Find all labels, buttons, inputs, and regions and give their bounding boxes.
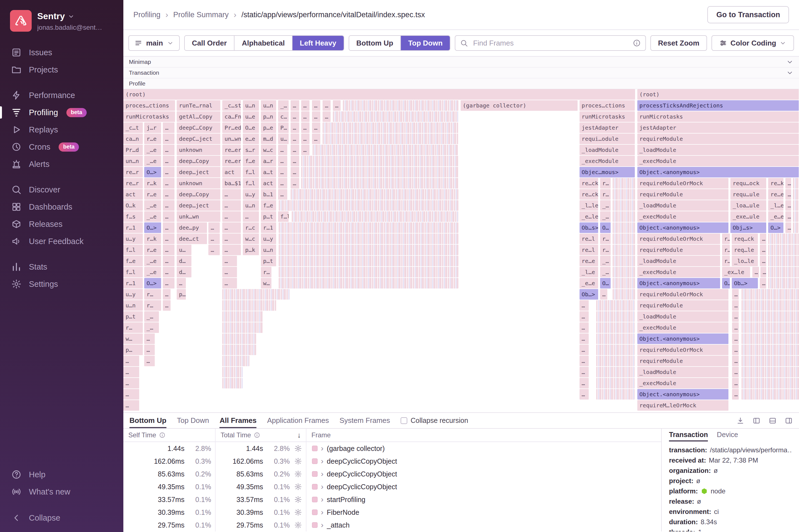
flame-frame-l-e[interactable]: _l…e [579, 267, 598, 278]
flame-frame-o[interactable]: O…> [144, 167, 162, 177]
flame-frame-r[interactable]: r… [261, 267, 272, 278]
sidebar-item-stats[interactable]: Stats [0, 258, 123, 276]
flame-frame-r-1[interactable]: r…1 [123, 223, 143, 233]
flame-frame-f-l[interactable]: f…l [243, 178, 259, 189]
flame-frame-[interactable]: … [732, 334, 739, 344]
flame-frame-e-e[interactable]: _e…e [579, 278, 598, 288]
flame-frame-unk-wn[interactable]: unk…wn [177, 211, 221, 222]
flame-frame-e-e[interactable]: _e…e [768, 211, 784, 222]
flame-frame-[interactable]: … [278, 189, 287, 200]
flame-frame-[interactable]: … [579, 345, 589, 355]
flame-frame-requi-odule[interactable]: requi…odule [579, 134, 635, 144]
table-row[interactable]: 1.44s2.8%1.44s2.8%›(garbage collector) [123, 442, 661, 455]
flame-frame-[interactable]: … [301, 134, 310, 144]
flame-frame-[interactable]: … [163, 223, 175, 233]
flame-frame-[interactable]: … [222, 256, 237, 266]
flame-frame-f-l[interactable]: f…l [123, 267, 143, 278]
flame-frame-[interactable]: … [301, 122, 310, 133]
flame-frame-loadmodule[interactable]: _loadModule [637, 367, 729, 377]
flame-frame-e[interactable]: _…e [144, 211, 162, 222]
flame-frame-r-c[interactable]: r…c [243, 223, 259, 233]
flame-frame-[interactable]: … [208, 233, 220, 244]
sort-direction-arrow[interactable]: ↓ [297, 431, 301, 439]
total-time-info-icon[interactable] [254, 432, 260, 438]
flame-frame-act[interactable]: act [123, 189, 143, 200]
breadcrumb-profiling[interactable]: Profiling [133, 11, 161, 19]
flame-frame-p[interactable]: p… [123, 345, 143, 355]
flame-frame-a-t[interactable]: a…t [261, 167, 276, 177]
flame-frame-w[interactable]: w… [123, 334, 143, 344]
flame-frame-[interactable]: … [291, 111, 299, 122]
flame-frame-[interactable]: … [222, 267, 237, 278]
flame-frame-[interactable]: … [163, 233, 175, 244]
expand-chevron-icon[interactable]: › [321, 444, 323, 452]
flame-frame-r[interactable]: r… [722, 256, 730, 266]
details-tab-device[interactable]: Device [717, 431, 738, 441]
flame-frame-[interactable]: … [760, 278, 766, 288]
flame-frame-[interactable]: … [312, 134, 321, 144]
flame-frame-[interactable]: … [322, 111, 331, 122]
flame-frame-r[interactable]: r… [722, 233, 730, 244]
flame-frame-runte-rnal[interactable]: runTe…rnal [177, 100, 221, 111]
flame-frame-p-t[interactable]: p…t [261, 256, 276, 266]
flame-frame-obj-s[interactable]: Obj…s> [730, 223, 766, 233]
flame-frame-[interactable]: _… [600, 256, 611, 266]
flame-frame-[interactable]: … [291, 100, 299, 111]
flame-frame-[interactable]: … [785, 200, 792, 211]
flame-frame-l-e[interactable]: _l…e [768, 200, 784, 211]
flame-frame-ca-fn[interactable]: ca…Fn [222, 111, 241, 122]
flame-frame-e[interactable]: _…e [144, 200, 162, 211]
flame-frame-requirem-leormock[interactable]: requireM…leOrMock [637, 400, 729, 411]
flame-frame-deepc-ject[interactable]: deepC…ject [177, 134, 221, 144]
flame-frame-unknown[interactable]: unknown [177, 178, 221, 189]
expand-chevron-icon[interactable]: › [321, 496, 323, 504]
flame-frame-a-r[interactable]: a…r [261, 156, 276, 166]
breadcrumb-profile-summary[interactable]: Profile Summary [173, 11, 229, 19]
flame-frame-[interactable]: _… [600, 200, 611, 211]
flame-frame-[interactable]: … [163, 156, 175, 166]
flame-frame-[interactable]: … [144, 345, 155, 355]
flame-frame-f-s[interactable]: f…s [123, 211, 143, 222]
flame-frame-execmodule[interactable]: _execModule [637, 267, 720, 278]
flame-frame-[interactable]: … [785, 223, 792, 233]
flame-frame-[interactable]: … [301, 100, 310, 111]
flame-frame-c-st[interactable]: _c…st [222, 100, 241, 111]
tab-system-frames[interactable]: System Frames [339, 413, 390, 428]
flame-frame-[interactable]: … [222, 278, 237, 288]
flame-frame-loadmodule[interactable]: _loadModule [637, 256, 720, 266]
flame-frame-re-ck[interactable]: re…ck [579, 178, 598, 189]
flame-frame-[interactable]: … [222, 200, 241, 211]
flame-frame-runmicrotasks[interactable]: runMicrotasks [579, 111, 635, 122]
org-switcher[interactable]: Sentry jonas.badalic@sent… [0, 10, 123, 32]
flame-frame-[interactable]: … [579, 356, 589, 366]
flame-frame-[interactable]: … [333, 100, 341, 111]
flame-frame-p-t[interactable]: p…t [123, 311, 143, 322]
flame-frame-requiremodule[interactable]: requireModule [637, 300, 729, 311]
tab-application-frames[interactable]: Application Frames [267, 413, 329, 428]
flame-frame-r[interactable]: r… [600, 245, 611, 255]
flame-frame-[interactable]: … [732, 345, 739, 355]
flame-frame-w-c[interactable]: w…c [243, 233, 259, 244]
sidebar-item-releases[interactable]: Releases [0, 215, 123, 233]
flame-frame-d[interactable]: d… [177, 256, 192, 266]
flame-frame-object-anonymous[interactable]: Object.<anonymous> [637, 389, 729, 400]
flame-frame-[interactable]: … [579, 334, 589, 344]
flame-frame-[interactable]: … [278, 156, 287, 166]
flame-frame-p-k[interactable]: p…k [243, 245, 259, 255]
flame-frame-c[interactable]: c… [278, 111, 289, 122]
flame-frame-re-e[interactable]: re…e [768, 189, 784, 200]
flame-frame-j-r[interactable]: j…r [144, 122, 162, 133]
flame-frame-[interactable]: … [163, 211, 175, 222]
flame-frame-s-r[interactable]: s…r [243, 145, 259, 155]
flame-frame-r-k[interactable]: r…k [144, 178, 162, 189]
flame-frame-[interactable]: … [732, 300, 739, 311]
flame-frame-[interactable]: … [278, 178, 287, 189]
flame-frame-requ-ock[interactable]: requ…ock [730, 178, 766, 189]
flame-frame-u-y[interactable]: u…y [123, 289, 143, 300]
flame-frame-exe-ule[interactable]: _exe…ule [730, 211, 766, 222]
flame-frame-[interactable]: … [785, 178, 792, 189]
sidebar-item-projects[interactable]: Projects [0, 61, 123, 78]
expand-chevron-icon[interactable]: › [321, 457, 323, 465]
flame-frame-e[interactable]: _…e [144, 256, 162, 266]
tab-bottom-up[interactable]: Bottom Up [129, 413, 166, 428]
